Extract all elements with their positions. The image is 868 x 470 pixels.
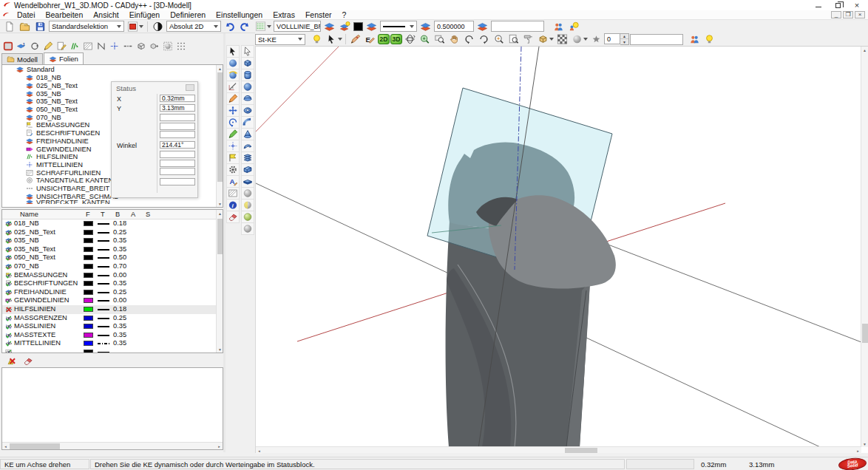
layer-linestyle[interactable] bbox=[98, 292, 109, 293]
view-sphere-button[interactable] bbox=[226, 57, 240, 69]
light-button[interactable] bbox=[310, 33, 324, 45]
undo-button[interactable] bbox=[223, 21, 237, 33]
table-row-bemassungen[interactable]: BEMASSUNGEN0.00 bbox=[2, 271, 223, 280]
solid-cone-button[interactable] bbox=[241, 128, 254, 140]
ke-mode-combo[interactable]: St-KE bbox=[255, 34, 305, 45]
message-scrollbar[interactable]: ◂ ▸ bbox=[2, 442, 223, 449]
status-field-input-7[interactable] bbox=[160, 160, 195, 167]
layer-color-button[interactable] bbox=[365, 21, 379, 33]
material-sphere-button[interactable] bbox=[570, 33, 589, 45]
table-col-a[interactable]: A bbox=[131, 211, 135, 218]
table-row-025-nb-text[interactable]: 025_NB_Text0.25 bbox=[2, 228, 223, 237]
menu-bearbeiten[interactable]: Bearbeiten bbox=[41, 10, 89, 20]
tree-scrollbar[interactable]: ▲ ▼ bbox=[216, 65, 223, 207]
menu-ansicht[interactable]: Ansicht bbox=[88, 10, 123, 20]
menu-fenster[interactable]: Fenster bbox=[300, 10, 337, 20]
layer-color-swatch[interactable] bbox=[84, 221, 93, 226]
settings-tool-button[interactable] bbox=[226, 163, 240, 176]
save-file-button[interactable] bbox=[33, 21, 47, 33]
select-solid-button[interactable] bbox=[241, 45, 254, 58]
solid-cylinder-button[interactable] bbox=[241, 69, 254, 81]
viewport-team-button[interactable] bbox=[688, 33, 702, 45]
layer-linestyle[interactable] bbox=[98, 240, 109, 242]
status-field-input-8[interactable] bbox=[160, 168, 195, 175]
extra-attribute-input[interactable] bbox=[491, 21, 544, 32]
shading-cube-button[interactable] bbox=[536, 33, 555, 45]
status-field-input-4[interactable] bbox=[160, 131, 195, 138]
status-panel-button[interactable] bbox=[186, 84, 194, 91]
layer-color-swatch[interactable] bbox=[84, 316, 93, 321]
table-col-b[interactable]: B bbox=[115, 211, 120, 218]
solid-sphere-button[interactable] bbox=[241, 81, 254, 93]
layer-visible-eye-icon[interactable] bbox=[4, 229, 13, 236]
view-3d-button[interactable]: 3D bbox=[390, 34, 402, 44]
line-color-swatch[interactable] bbox=[353, 22, 363, 31]
layer-linestyle[interactable] bbox=[98, 326, 109, 327]
tree-item-verdeckte-kanten[interactable]: VERDECKTE_KANTEN bbox=[2, 200, 216, 204]
select-mode-button[interactable] bbox=[325, 33, 343, 45]
menu-definieren[interactable]: Definieren bbox=[165, 10, 211, 20]
rect-select-button[interactable] bbox=[126, 21, 144, 33]
new-file-button[interactable] bbox=[2, 21, 16, 33]
delete-filter-button[interactable] bbox=[4, 355, 18, 367]
draw-tool-button[interactable] bbox=[226, 128, 240, 140]
solid-stack-button[interactable] bbox=[241, 151, 254, 164]
selection-mode-combo[interactable]: Standardselektion bbox=[49, 21, 124, 32]
tree-item-standard[interactable]: Standard bbox=[2, 66, 216, 74]
layer-linestyle[interactable] bbox=[98, 257, 109, 259]
wire-box-button[interactable] bbox=[135, 41, 147, 52]
solid-shell-button[interactable] bbox=[241, 140, 254, 152]
layer-linestyle[interactable] bbox=[98, 343, 109, 344]
table-scrollbar[interactable]: ▲ ▼ bbox=[216, 210, 223, 352]
menu-?[interactable]: ? bbox=[337, 10, 352, 20]
zoom-page-button[interactable] bbox=[506, 33, 521, 45]
solid-hemisphere-button[interactable] bbox=[241, 92, 254, 105]
viewport-vscrollbar[interactable]: ▲ ▼ bbox=[861, 47, 868, 447]
rotate-view-button[interactable] bbox=[226, 69, 240, 81]
hidden-lines-button[interactable] bbox=[121, 41, 134, 52]
menu-datei[interactable]: Datei bbox=[12, 10, 41, 20]
orbit-button[interactable] bbox=[403, 33, 417, 45]
edit-element-button[interactable]: E bbox=[363, 33, 377, 45]
edit-pencil-button[interactable] bbox=[41, 41, 54, 52]
close-view-button[interactable] bbox=[1, 41, 14, 52]
layer-width-button[interactable] bbox=[475, 21, 489, 33]
angle-step-spinner-value[interactable]: 0 bbox=[604, 33, 620, 44]
panel-splitter[interactable] bbox=[223, 33, 226, 452]
table-row-freihandlinie[interactable]: FREIHANDLINIE0.25 bbox=[2, 288, 223, 297]
minimize-button[interactable] bbox=[809, 0, 828, 10]
layer-visible-eye-icon[interactable] bbox=[4, 263, 13, 270]
zoom-dynamic-button[interactable] bbox=[418, 33, 432, 45]
viewport-extra-input[interactable] bbox=[630, 34, 683, 45]
layer-linestyle[interactable] bbox=[98, 309, 109, 310]
point-grid-button[interactable] bbox=[174, 41, 187, 52]
viewport-hscrollbar[interactable]: ◂ ▸ bbox=[256, 446, 861, 453]
table-row-035-nb-text[interactable]: 035_NB_Text0.35 bbox=[2, 245, 223, 254]
render-mode-button[interactable] bbox=[521, 33, 535, 45]
layer-color-swatch[interactable] bbox=[84, 290, 93, 295]
line-group-button[interactable] bbox=[95, 41, 107, 52]
move-tool-button[interactable] bbox=[226, 104, 240, 117]
layer-color-swatch[interactable] bbox=[84, 298, 93, 303]
layer-visible-eye-icon[interactable] bbox=[4, 349, 13, 353]
tab-modell[interactable]: Modell bbox=[1, 53, 43, 64]
layer-linestyle[interactable] bbox=[98, 300, 109, 302]
layer-linestyle[interactable] bbox=[98, 232, 109, 234]
layer-linestyle[interactable] bbox=[98, 266, 109, 268]
layer-color-swatch[interactable] bbox=[84, 350, 93, 353]
edit-page-button[interactable] bbox=[55, 41, 67, 52]
open-file-button[interactable] bbox=[18, 21, 32, 33]
select-tool-button[interactable] bbox=[226, 45, 240, 58]
pan-button[interactable] bbox=[447, 33, 461, 45]
solid-torus-button[interactable] bbox=[241, 104, 254, 117]
line-width-input[interactable]: 0.500000 bbox=[434, 21, 474, 32]
contrast-button[interactable] bbox=[151, 21, 165, 33]
layer-linestyle[interactable] bbox=[98, 335, 109, 336]
table-col-name[interactable]: Name bbox=[20, 211, 38, 218]
construction-point-button[interactable] bbox=[226, 140, 240, 152]
layer-color-swatch[interactable] bbox=[84, 264, 93, 269]
mdi-close-button[interactable]: × bbox=[855, 11, 865, 18]
zoom-all-button[interactable] bbox=[492, 33, 506, 45]
layer-color-swatch[interactable] bbox=[84, 238, 93, 243]
status-field-input-5[interactable]: 214.41° bbox=[160, 141, 195, 149]
